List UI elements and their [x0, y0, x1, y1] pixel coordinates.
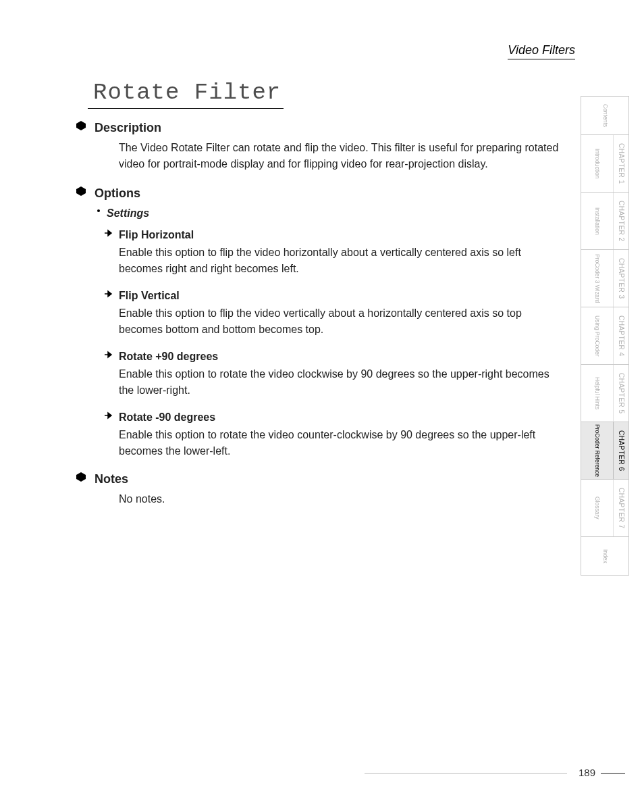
option-item: Flip VerticalEnable this option to flip … [119, 288, 567, 338]
tab-chapter-col: CHAPTER 4 [613, 307, 628, 364]
tab-chapter-col: CHAPTER 3 [613, 250, 628, 307]
tab-label-col: Glossary [581, 480, 613, 536]
tab-label: Index [601, 549, 608, 563]
tab-label: ProCoder 3 Wizard [594, 254, 600, 303]
tab-label: ProCoder Reference [594, 424, 600, 477]
option-item: Rotate -90 degreesEnable this option to … [119, 409, 567, 459]
arrow-right-icon [104, 228, 113, 238]
option-title: Rotate -90 degrees [119, 409, 567, 426]
tab-label-col: Introduction [581, 135, 613, 192]
side-tab[interactable]: Index [581, 537, 628, 575]
tab-label-col: Installation [581, 193, 613, 249]
tab-label-col: Contents [581, 97, 628, 134]
page-number: 189 [579, 767, 595, 778]
svg-marker-0 [76, 121, 86, 130]
footer-rule-dark [601, 773, 625, 774]
footer-rule-light [365, 773, 567, 774]
heading-options-text: Options [95, 186, 140, 200]
content-area: Description The Video Rotate Filter can … [95, 116, 567, 507]
title-rule [88, 108, 284, 109]
tab-chapter-col: CHAPTER 1 [613, 135, 628, 192]
arrow-right-icon [104, 289, 113, 299]
breadcrumb: Video Filters [508, 43, 575, 59]
notes-body: No notes. [119, 491, 567, 507]
option-title: Rotate +90 degrees [119, 349, 567, 365]
side-tab[interactable]: GlossaryCHAPTER 7 [581, 480, 628, 537]
tab-chapter-col: CHAPTER 2 [613, 193, 628, 249]
tab-label-col: ProCoder Reference [581, 422, 613, 479]
option-item: Flip HorizontalEnable this option to fli… [119, 227, 567, 277]
tab-chapter-label: CHAPTER 6 [618, 430, 625, 472]
tab-label-col: Helpful Hints [581, 365, 613, 422]
svg-marker-1 [76, 186, 86, 196]
heading-options: Options [95, 184, 567, 203]
heading-notes: Notes [95, 470, 567, 488]
option-title: Flip Horizontal [119, 227, 567, 243]
tab-chapter-col: CHAPTER 5 [613, 365, 628, 422]
option-body: Enable this option to rotate the video c… [119, 427, 564, 459]
tab-chapter-label: CHAPTER 1 [618, 143, 625, 184]
tab-label: Introduction [594, 149, 600, 178]
tab-chapter-label: CHAPTER 2 [618, 201, 625, 242]
page: Video Filters Rotate Filter Description … [0, 0, 644, 812]
side-tabs: ContentsIntroductionCHAPTER 1Installatio… [581, 96, 629, 576]
options-list: Flip HorizontalEnable this option to fli… [95, 227, 567, 459]
side-tab[interactable]: ProCoder ReferenceCHAPTER 6 [581, 422, 628, 480]
tab-chapter-col: CHAPTER 6 [613, 422, 628, 479]
tab-chapter-label: CHAPTER 3 [618, 258, 625, 299]
side-tab[interactable]: Using ProCoderCHAPTER 4 [581, 307, 628, 365]
tab-label: Helpful Hints [594, 377, 600, 409]
tab-label: Contents [601, 104, 608, 127]
side-tab[interactable]: Helpful HintsCHAPTER 5 [581, 365, 628, 422]
option-title: Flip Vertical [119, 288, 567, 304]
bullet-icon [97, 209, 100, 212]
tab-label: Using ProCoder [594, 315, 600, 356]
tab-label: Installation [594, 207, 600, 235]
side-tab[interactable]: Contents [581, 97, 628, 135]
heading-description: Description [95, 119, 567, 137]
arrow-right-icon [104, 411, 113, 420]
settings-label: Settings [107, 207, 149, 219]
side-tab[interactable]: InstallationCHAPTER 2 [581, 193, 628, 250]
svg-marker-2 [76, 472, 86, 482]
tab-label: Glossary [594, 497, 600, 519]
option-body: Enable this option to flip the video hor… [119, 245, 564, 277]
tab-chapter-col: CHAPTER 7 [613, 480, 628, 536]
settings-subheading: Settings [107, 205, 567, 222]
hexagon-icon [76, 120, 86, 131]
option-body: Enable this option to rotate the video c… [119, 366, 564, 399]
hexagon-icon [76, 472, 86, 482]
tab-chapter-label: CHAPTER 5 [618, 373, 625, 414]
hexagon-icon [76, 186, 86, 197]
heading-notes-text: Notes [95, 472, 128, 486]
page-title: Rotate Filter [93, 80, 281, 105]
side-tab[interactable]: IntroductionCHAPTER 1 [581, 135, 628, 193]
tab-chapter-label: CHAPTER 7 [618, 488, 625, 529]
tab-label-col: Using ProCoder [581, 307, 613, 364]
tab-chapter-label: CHAPTER 4 [618, 315, 625, 357]
option-body: Enable this option to flip the video ver… [119, 305, 564, 338]
description-body: The Video Rotate Filter can rotate and f… [119, 140, 564, 172]
arrow-right-icon [104, 350, 113, 359]
tab-label-col: Index [581, 537, 628, 575]
tab-label-col: ProCoder 3 Wizard [581, 250, 613, 307]
heading-description-text: Description [95, 121, 161, 134]
option-item: Rotate +90 degreesEnable this option to … [119, 349, 567, 399]
side-tab[interactable]: ProCoder 3 WizardCHAPTER 3 [581, 250, 628, 307]
